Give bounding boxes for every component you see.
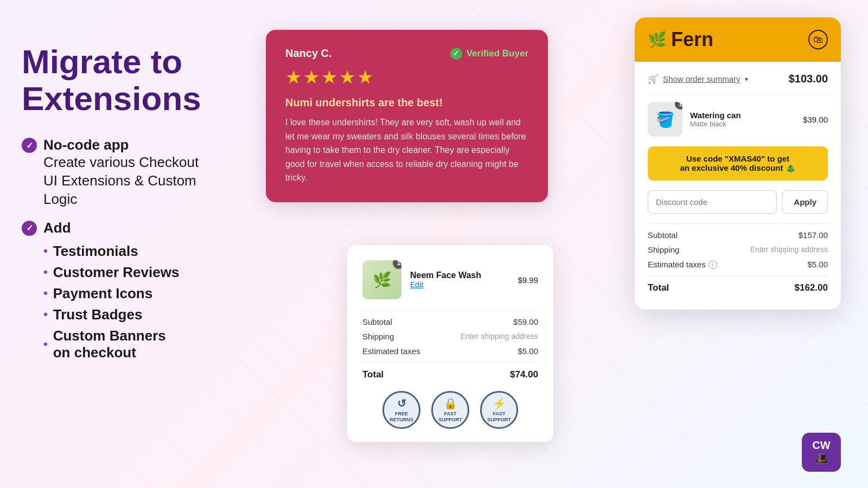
fern-product-info: Watering can Matte black (690, 111, 795, 128)
fern-leaf-icon: 🌿 (648, 31, 667, 49)
fern-summary-left: 🛒 Show order summary ▾ (648, 74, 748, 84)
fern-product-row: 🪣 1 Watering can Matte black $39.00 (648, 102, 828, 137)
cw-text: CW (812, 439, 830, 452)
order-item-image: 🌿 1 (362, 260, 401, 299)
fern-tax-value: $5.00 (807, 260, 828, 269)
returns-label: FREERETURNS (390, 411, 413, 423)
fern-promo-text: Use code "XMAS40" to getan exclusive 40%… (658, 154, 818, 173)
feature-item-nocode: No-code app Create various CheckoutUI Ex… (22, 137, 260, 208)
support2-label: FASTSUPPORT (487, 411, 511, 423)
returns-icon: ↺ (397, 397, 406, 410)
fern-product-variant: Matte black (690, 120, 795, 128)
fern-summary-row: 🛒 Show order summary ▾ $103.00 (648, 73, 828, 85)
total-value: $74.00 (510, 369, 538, 380)
fern-tax-label: Estimated taxes i (648, 260, 717, 269)
total-label: Total (362, 369, 384, 380)
fern-total-value: $162.00 (795, 282, 828, 293)
order-subtotal-row: Subtotal $59.00 (362, 317, 538, 326)
fern-total-label: Total (648, 282, 669, 293)
order-divider (362, 310, 538, 311)
subtotal-value: $59.00 (513, 317, 538, 326)
main-title: Migrate to Extensions (22, 43, 260, 117)
discount-code-input[interactable] (648, 190, 777, 214)
feature-item-add: Add Testimonials Customer Reviews Paymen… (22, 220, 260, 363)
review-text: I love these undershirts! They are very … (285, 115, 528, 185)
sub-item-payment: Payment Icons (43, 283, 179, 304)
chevron-down-icon: ▾ (745, 75, 748, 83)
fern-checkout-card: 🌿 Fern 🛍 🛒 Show order summary ▾ $103.00 … (635, 17, 841, 310)
fern-promo-banner: Use code "XMAS40" to getan exclusive 40%… (648, 146, 828, 181)
shipping-value: Enter shipping address (461, 332, 538, 341)
order-item-info: Neem Face Wash Edit (410, 271, 509, 289)
tax-label: Estimated taxes (362, 346, 420, 356)
cw-logo: CW 🎩 (802, 433, 841, 472)
trust-badges-row: ↺ FREERETURNS 🔒 FASTSUPPORT ⚡ FASTSUPPOR… (362, 391, 538, 429)
show-order-summary-button[interactable]: Show order summary (663, 74, 741, 84)
check-icon-nocode (22, 138, 37, 153)
sub-item-trust: Trust Badges (43, 304, 179, 325)
subtotal-label: Subtotal (362, 317, 392, 326)
edit-link[interactable]: Edit (410, 280, 509, 289)
fern-subtotal-label: Subtotal (648, 230, 678, 240)
fern-shipping-label: Shipping (648, 245, 679, 254)
order-shipping-row: Shipping Enter shipping address (362, 332, 538, 341)
trust-badge-support1: 🔒 FASTSUPPORT (431, 391, 469, 429)
shipping-label: Shipping (362, 332, 394, 341)
order-item-price: $9.99 (518, 275, 538, 285)
review-title: Numi undershirts are the best! (285, 97, 528, 109)
verified-label: Verified Buyer (467, 48, 528, 59)
order-item-row: 🌿 1 Neem Face Wash Edit $9.99 (362, 260, 538, 299)
sub-item-banners: Custom Bannerson checkout (43, 325, 179, 363)
watering-can-image: 🪣 1 (648, 102, 682, 137)
fern-logo: 🌿 Fern (648, 28, 713, 51)
support2-icon: ⚡ (493, 397, 506, 410)
left-section: Migrate to Extensions No-code app Create… (22, 43, 260, 374)
fern-shipping-value: Enter shipping address (750, 245, 828, 254)
fern-total-row: Total $162.00 (648, 282, 828, 293)
feature-label-nocode: No-code app (43, 137, 199, 153)
sub-list: Testimonials Customer Reviews Payment Ic… (43, 241, 179, 363)
support1-label: FASTSUPPORT (438, 411, 462, 423)
fern-header-total: $103.00 (789, 73, 828, 85)
fern-header: 🌿 Fern 🛍 (635, 17, 841, 62)
reviewer-header: Nancy C. ✓ Verified Buyer (285, 47, 528, 60)
fern-body: 🛒 Show order summary ▾ $103.00 🪣 1 Water… (635, 62, 841, 310)
star-rating: ★★★★★ (285, 66, 528, 88)
fern-divider-1 (648, 95, 828, 95)
verified-check-icon: ✓ (450, 48, 462, 60)
order-tax-row: Estimated taxes $5.00 (362, 346, 538, 356)
fern-divider-2 (648, 223, 828, 224)
sub-item-reviews: Customer Reviews (43, 262, 179, 283)
check-icon-add (22, 221, 37, 236)
fern-subtotal-value: $157.00 (799, 230, 828, 240)
fern-discount-row: Apply (648, 190, 828, 214)
trust-badge-support2: ⚡ FASTSUPPORT (480, 391, 518, 429)
feature-label-add: Add (43, 220, 179, 236)
tax-info-icon: i (709, 260, 717, 269)
feature-list: No-code app Create various CheckoutUI Ex… (22, 137, 260, 363)
reviewer-name: Nancy C. (285, 47, 332, 60)
fern-product-name: Watering can (690, 111, 795, 120)
fern-tax-row: Estimated taxes i $5.00 (648, 260, 828, 269)
fern-divider-3 (648, 275, 828, 276)
order-total-row: Total $74.00 (362, 369, 538, 380)
order-total-divider (362, 362, 538, 363)
fern-tax-text: Estimated taxes (648, 260, 706, 269)
order-card: 🌿 1 Neem Face Wash Edit $9.99 Subtotal $… (347, 245, 553, 442)
cw-icon: 🎩 (814, 452, 829, 466)
fern-shipping-row: Shipping Enter shipping address (648, 245, 828, 254)
feature-sublabel-nocode: Create various CheckoutUI Extensions & C… (43, 153, 199, 208)
fern-product-price: $39.00 (803, 115, 828, 124)
fern-cart-small-icon: 🛒 (648, 74, 659, 84)
fern-brand-name: Fern (671, 28, 713, 51)
verified-badge: ✓ Verified Buyer (450, 48, 528, 60)
sub-item-testimonials: Testimonials (43, 241, 179, 262)
trust-badge-returns: ↺ FREERETURNS (382, 391, 420, 429)
tax-value: $5.00 (518, 346, 538, 356)
apply-discount-button[interactable]: Apply (782, 190, 828, 214)
fern-cart-icon[interactable]: 🛍 (808, 30, 828, 49)
order-item-name: Neem Face Wash (410, 271, 509, 280)
review-card: Nancy C. ✓ Verified Buyer ★★★★★ Numi und… (266, 30, 548, 202)
fern-subtotal-row: Subtotal $157.00 (648, 230, 828, 240)
support1-icon: 🔒 (444, 397, 457, 410)
